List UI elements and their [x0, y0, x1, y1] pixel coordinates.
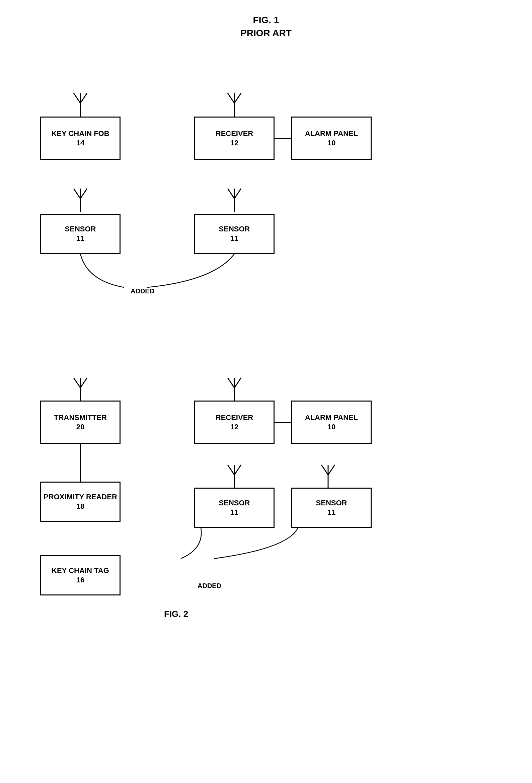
box-alarmpanel-top-label: ALARM PANEL	[305, 129, 358, 139]
box-receiver-bottom-number: 12	[230, 422, 239, 432]
page: FIG. 1 PRIOR ART	[0, 0, 532, 683]
box-keychaintag-label: KEY CHAIN TAG	[52, 566, 109, 576]
box-sensor-bottom-right: SENSOR 11	[291, 488, 372, 528]
svg-line-31	[328, 465, 335, 475]
diagram1: KEY CHAIN FOB 14 RECEIVER 12 ALARM PANEL…	[20, 53, 512, 321]
line-receiver-alarm-bottom	[275, 422, 292, 423]
line-transmitter-proximity	[80, 444, 81, 482]
box-proximity-reader: PROXIMITY READER 18	[40, 481, 121, 522]
box-receiver-bottom: RECEIVER 12	[194, 401, 275, 444]
added-label-fig2: ADDED	[197, 582, 221, 590]
svg-line-19	[80, 378, 87, 388]
svg-line-23	[234, 378, 241, 388]
added-label-fig1: ADDED	[131, 287, 154, 295]
box-alarmpanel-bottom-number: 10	[327, 422, 336, 432]
box-transmitter-number: 20	[76, 422, 84, 432]
added-curves	[20, 53, 254, 321]
line-receiver-alarm	[275, 138, 292, 139]
box-alarmpanel-top-number: 10	[327, 138, 336, 148]
box-sensor-bottom-right-number: 11	[327, 508, 336, 518]
antenna-transmitter	[72, 374, 89, 401]
box-alarmpanel-bottom: ALARM PANEL 10	[291, 401, 372, 444]
box-sensor-bottom-right-label: SENSOR	[316, 498, 347, 508]
box-receiver-bottom-label: RECEIVER	[216, 413, 253, 422]
svg-line-17	[74, 378, 80, 388]
antenna-sensor-bottom-right	[320, 462, 337, 488]
box-transmitter: TRANSMITTER 20	[40, 401, 121, 444]
fig2-label: FIG. 2	[164, 609, 188, 619]
antenna-receiver-bottom	[226, 374, 243, 401]
fig1-title: FIG. 1 PRIOR ART	[20, 13, 512, 39]
box-keychaintag: KEY CHAIN TAG 16	[40, 555, 121, 595]
box-proximity-reader-label: PROXIMITY READER	[43, 492, 117, 502]
box-proximity-reader-number: 18	[76, 502, 84, 511]
box-alarmpanel-bottom-label: ALARM PANEL	[305, 413, 358, 422]
box-keychaintag-number: 16	[76, 575, 84, 585]
svg-line-29	[321, 465, 328, 475]
box-alarmpanel-top: ALARM PANEL 10	[291, 117, 372, 160]
diagram2: TRANSMITTER 20 PROXIMITY READER 18 KEY C…	[20, 341, 512, 649]
svg-line-21	[228, 378, 234, 388]
box-transmitter-label: TRANSMITTER	[54, 413, 107, 422]
